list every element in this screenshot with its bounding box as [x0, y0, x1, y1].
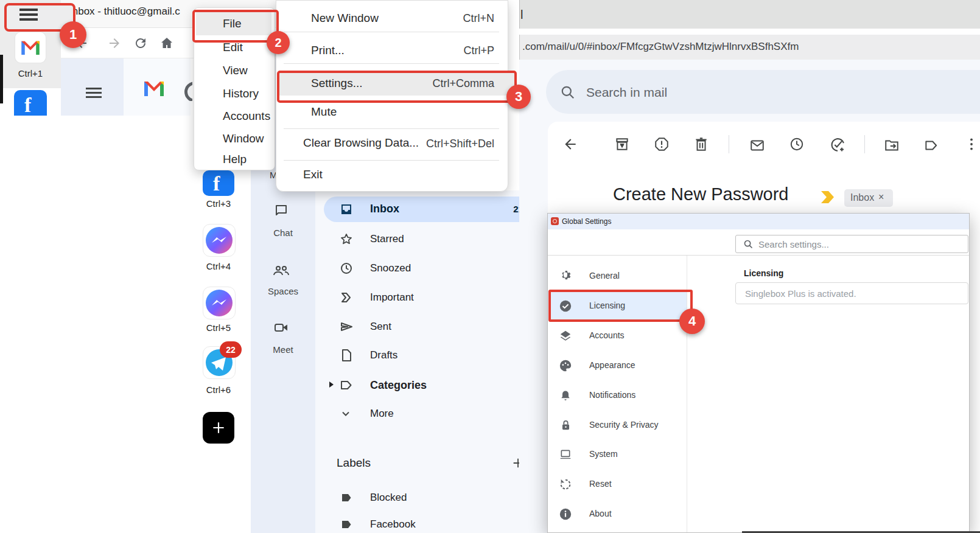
nav-label-facebook[interactable]: Facebook: [370, 518, 416, 531]
nav-sent-label[interactable]: Sent: [370, 321, 391, 333]
menu-item-history[interactable]: History: [223, 87, 259, 100]
home-icon[interactable]: [159, 36, 174, 51]
nav-categories-label[interactable]: Categories: [370, 379, 427, 392]
workspace-messenger-tile[interactable]: [203, 224, 236, 257]
sidebar-item-about[interactable]: About: [548, 502, 687, 526]
menu-item-edit[interactable]: Edit: [223, 41, 243, 54]
report-spam-icon[interactable]: [654, 136, 670, 152]
inbox-icon: [339, 202, 354, 217]
lock-icon: [560, 419, 572, 432]
settings-header-divider: [548, 255, 969, 256]
workspace-gmail-shortcut: Ctrl+1: [9, 68, 52, 78]
nav-more-label[interactable]: More: [370, 408, 394, 420]
submenu-new-window-shortcut: Ctrl+N: [390, 12, 494, 25]
submenu-clear-browsing-data-shortcut: Ctrl+Shift+Del: [411, 138, 494, 150]
sidebar-item-label: General: [589, 271, 620, 280]
workspace-messenger2-shortcut: Ctrl+5: [197, 322, 240, 333]
important-icon: [339, 290, 354, 305]
submenu-exit[interactable]: Exit: [303, 168, 323, 181]
info-icon: [559, 507, 572, 521]
mark-unread-icon[interactable]: [749, 138, 765, 153]
restore-icon: [559, 478, 572, 491]
sidebar-item-accounts[interactable]: Accounts: [548, 324, 687, 348]
menu-item-view[interactable]: View: [223, 64, 248, 77]
rail-meet-label[interactable]: Meet: [251, 344, 315, 355]
settings-search-placeholder[interactable]: Search settings...: [758, 239, 829, 249]
workspace-facebook-tile-partial[interactable]: f: [14, 90, 47, 116]
annotation-badge-4: 4: [679, 308, 705, 334]
forward-icon[interactable]: [107, 36, 122, 51]
sidebar-item-system[interactable]: System: [548, 442, 687, 467]
sidebar-item-label: Security & Privacy: [589, 420, 659, 430]
sidebar-item-label: Reset: [589, 479, 612, 489]
nav-inbox-label[interactable]: Inbox: [370, 203, 399, 215]
snooze-icon[interactable]: [789, 136, 805, 152]
search-icon[interactable]: [560, 85, 576, 100]
nav-drafts-label[interactable]: Drafts: [370, 349, 397, 361]
email-subject: Create New Password: [613, 184, 789, 204]
sidebar-item-label: About: [589, 509, 612, 518]
submenu-print-shortcut: Ctrl+P: [390, 44, 494, 57]
toolbar-divider: [864, 135, 865, 153]
hamburger-icon[interactable]: [19, 9, 38, 22]
submenu-clear-browsing-data[interactable]: Clear Browsing Data...: [303, 136, 419, 150]
submenu-print[interactable]: Print...: [311, 44, 345, 57]
gear-icon: [559, 270, 572, 283]
nav-label-blocked[interactable]: Blocked: [370, 492, 407, 504]
add-workspace-button[interactable]: [203, 412, 234, 444]
window-edge: [0, 55, 3, 103]
nav-important-label[interactable]: Important: [370, 291, 414, 304]
snooze-icon: [339, 261, 354, 276]
label-icon[interactable]: [923, 138, 939, 153]
titlebar-text-fragment: l: [520, 8, 523, 22]
submenu-mute[interactable]: Mute: [311, 105, 337, 119]
menu-item-window[interactable]: Window: [223, 132, 264, 145]
chip-close-icon[interactable]: ×: [878, 192, 884, 203]
reload-icon[interactable]: [133, 36, 148, 51]
workspace-facebook-tile[interactable]: f: [203, 170, 234, 196]
more-options-icon[interactable]: [964, 136, 979, 152]
move-to-icon[interactable]: [884, 138, 900, 153]
browser-titlebar: [519, 0, 980, 29]
categories-icon: [339, 378, 354, 392]
rail-chat-label[interactable]: Chat: [251, 228, 315, 238]
workspace-facebook-shortcut: Ctrl+3: [197, 198, 240, 209]
annotation-box-3: [277, 71, 517, 103]
workspace-telegram-shortcut: Ctrl+6: [197, 385, 240, 395]
add-to-tasks-icon[interactable]: [829, 136, 846, 153]
submenu-new-window[interactable]: New Window: [311, 12, 379, 25]
inbox-label-chip[interactable]: Inbox ×: [844, 189, 893, 207]
star-icon: [339, 232, 354, 246]
chevron-down-icon[interactable]: [341, 409, 351, 419]
chat-icon[interactable]: [274, 203, 289, 218]
workspace-messenger2-tile[interactable]: [203, 287, 236, 319]
menu-item-help[interactable]: Help: [223, 153, 247, 166]
nav-snoozed-label[interactable]: Snoozed: [370, 262, 411, 274]
menu-hamburger-icon[interactable]: [86, 88, 102, 99]
sidebar-item-general[interactable]: General: [548, 264, 687, 288]
sidebar-item-reset[interactable]: Reset: [548, 472, 687, 496]
annotation-badge-1: 1: [60, 21, 86, 48]
sidebar-item-label: Accounts: [589, 330, 625, 340]
menu-item-accounts[interactable]: Accounts: [223, 110, 270, 123]
mail-search-placeholder[interactable]: Search in mail: [586, 85, 667, 100]
sidebar-item-security[interactable]: Security & Privacy: [548, 413, 687, 437]
nav-starred-label[interactable]: Starred: [370, 233, 404, 245]
window-title: Inbox - thitluoc@gmail.c: [69, 5, 186, 21]
sidebar-item-notifications[interactable]: Notifications: [548, 383, 687, 408]
palette-icon: [559, 359, 572, 372]
archive-icon[interactable]: [614, 136, 630, 152]
important-marker-icon: [821, 191, 836, 203]
meet-icon[interactable]: [274, 320, 289, 335]
laptop-icon: [559, 448, 572, 461]
spaces-icon[interactable]: [273, 263, 290, 278]
sidebar-item-label: Notifications: [589, 390, 635, 400]
back-icon[interactable]: [562, 136, 578, 152]
workspace-gmail-tile[interactable]: [15, 32, 46, 63]
sent-icon: [339, 319, 354, 334]
delete-icon[interactable]: [693, 136, 709, 152]
sidebar-item-appearance[interactable]: Appearance: [548, 354, 687, 378]
rail-spaces-label[interactable]: Spaces: [251, 286, 315, 296]
expand-triangle-icon[interactable]: [327, 381, 335, 388]
label-icon: [339, 517, 354, 532]
